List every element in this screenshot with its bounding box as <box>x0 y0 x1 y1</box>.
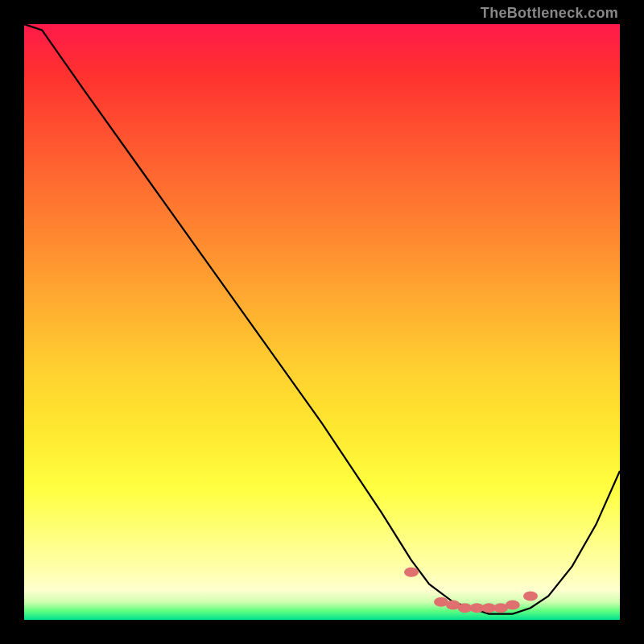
attribution-label: TheBottleneck.com <box>481 5 618 22</box>
chart-container: TheBottleneck.com <box>0 0 644 644</box>
plot-background <box>24 24 620 620</box>
